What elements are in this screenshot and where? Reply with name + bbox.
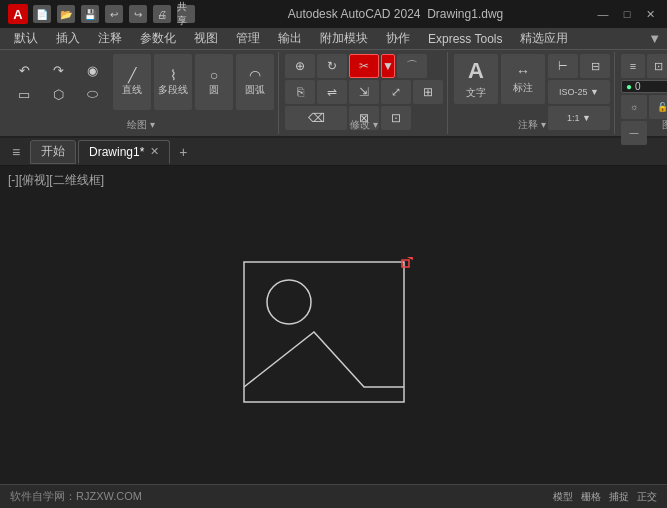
layer-lock-btn[interactable]: 🔓 [649, 95, 667, 119]
status-bar: 软件自学网：RJZXW.COM 模型 栅格 捕捉 正交 [0, 484, 667, 508]
menu-view[interactable]: 视图 [186, 28, 226, 49]
ribbon-group-draw: ↶ ↷ ◉ ▭ ⬡ ⬭ [4, 52, 279, 134]
tab-drawing1-close[interactable]: ✕ [150, 145, 159, 158]
save-icon[interactable]: 💾 [81, 5, 99, 23]
tab-start[interactable]: 开始 [30, 140, 76, 164]
close-button[interactable]: ✕ [643, 6, 659, 22]
title-text: Autodesk AutoCAD 2024 Drawing1.dwg [288, 7, 503, 21]
model-space-indicator[interactable]: 模型 [553, 490, 573, 504]
ribbon-group-modify: ⊕ ↻ ✂ ▼ ⌒ ⎘ ⇌ ⇲ ⤢ ⊞ [281, 52, 448, 134]
erase-button[interactable]: ⌫ [285, 106, 347, 130]
layer-selector[interactable]: ● 0 ▼ [621, 80, 667, 93]
draw-row-1: ↶ ↷ ◉ ▭ ⬡ ⬭ [8, 54, 274, 110]
modify-group-label: 修改 ▾ [350, 118, 378, 132]
menu-default[interactable]: 默认 [6, 28, 46, 49]
dim-style-btn[interactable]: ISO-25 ▼ [548, 80, 610, 104]
title-bar-left: A 📄 📂 💾 ↩ ↪ 🖨 共享 [8, 4, 196, 24]
redo-icon[interactable]: ↪ [129, 5, 147, 23]
text-icon [468, 58, 484, 84]
fillet-button[interactable]: ⌒ [397, 54, 427, 78]
table-button[interactable]: ⊟ [580, 54, 610, 78]
print-icon[interactable]: 🖨 [153, 5, 171, 23]
menu-output[interactable]: 输出 [270, 28, 310, 49]
drawing-canvas: ◀ [234, 257, 434, 427]
ribbon: ↶ ↷ ◉ ▭ ⬡ ⬭ [0, 50, 667, 138]
arc-tool-btn3[interactable]: ◉ [76, 59, 108, 81]
ribbon-group-annotation: 文字 ↔ 标注 ⊢ ⊟ ISO-25 ▼ 1:1 ▼ 注释 ▾ [450, 52, 615, 134]
maximize-button[interactable]: □ [619, 6, 635, 22]
layer-state-btn[interactable]: ⊡ [647, 54, 667, 78]
tab-drawing1[interactable]: Drawing1* ✕ [78, 140, 170, 164]
open-icon[interactable]: 📂 [57, 5, 75, 23]
circle-icon: ◉ [87, 63, 98, 78]
rect-tool-btn[interactable]: ▭ [8, 83, 40, 105]
menu-express-tools[interactable]: Express Tools [420, 30, 510, 48]
grid-toggle[interactable]: 栅格 [581, 490, 601, 504]
tab-add-button[interactable]: + [172, 141, 194, 163]
undo-icon[interactable]: ↩ [105, 5, 123, 23]
rotate-button[interactable]: ↻ [317, 54, 347, 78]
tab-bar: ≡ 开始 Drawing1* ✕ + [0, 138, 667, 166]
ellipse-icon: ⬭ [87, 86, 98, 102]
leader-button[interactable]: ⊢ [548, 54, 578, 78]
arc2-icon: ↷ [53, 63, 64, 78]
svg-rect-0 [244, 262, 404, 402]
mirror-button[interactable]: ⇌ [317, 80, 347, 104]
arc-tool-btn2[interactable]: ↷ [42, 59, 74, 81]
layer-manager-btn[interactable]: ≡ [621, 54, 645, 78]
stretch-button[interactable]: ⇲ [349, 80, 379, 104]
annot-scale-btn[interactable]: 1:1 ▼ [548, 106, 610, 130]
line-button[interactable]: ╱ 直线 [113, 54, 151, 110]
trim-arrow[interactable]: ▼ [381, 54, 395, 78]
arc-button[interactable]: ◠ 圆弧 [236, 54, 274, 110]
circle-btn-icon: ○ [210, 68, 218, 82]
text-button[interactable]: 文字 [454, 54, 498, 104]
layer-freeze-btn[interactable]: ☼ [621, 95, 647, 119]
line-icon: ╱ [128, 68, 136, 82]
arc-icon: ↶ [19, 63, 30, 78]
ellipse-tool-btn[interactable]: ⬭ [76, 83, 108, 105]
menu-bar: 默认 插入 注释 参数化 视图 管理 输出 附加模块 协作 Express To… [0, 28, 667, 50]
join-button[interactable]: ⊡ [381, 106, 411, 130]
ribbon-collapse-btn[interactable]: ▼ [648, 31, 661, 46]
scale-button[interactable]: ⤢ [381, 80, 411, 104]
pline-icon: ⌇ [170, 68, 177, 82]
trim-button[interactable]: ✂ [349, 54, 379, 78]
move-button[interactable]: ⊕ [285, 54, 315, 78]
title-bar: A 📄 📂 💾 ↩ ↪ 🖨 共享 Autodesk AutoCAD 2024 D… [0, 0, 667, 28]
arc-btn-icon: ◠ [249, 68, 261, 82]
menu-annotate[interactable]: 注释 [90, 28, 130, 49]
tab-menu-button[interactable]: ≡ [4, 141, 28, 163]
menu-insert[interactable]: 插入 [48, 28, 88, 49]
layer-name: 0 [635, 81, 641, 92]
dim-button[interactable]: ↔ 标注 [501, 54, 545, 104]
array-button[interactable]: ⊞ [413, 80, 443, 104]
menu-collaborate[interactable]: 协作 [378, 28, 418, 49]
svg-text:◀: ◀ [406, 257, 413, 261]
layer-linetype-btn[interactable]: — [621, 121, 647, 145]
layer-group-label: 图层 [662, 118, 668, 132]
menu-parametric[interactable]: 参数化 [132, 28, 184, 49]
poly-icon: ⬡ [53, 87, 64, 102]
ortho-toggle[interactable]: 正交 [637, 490, 657, 504]
new-icon[interactable]: 📄 [33, 5, 51, 23]
arc-tool-btn[interactable]: ↶ [8, 59, 40, 81]
layer-color-indicator: ● [626, 81, 632, 92]
draw-group-label: 绘图 ▾ [127, 118, 155, 132]
minimize-button[interactable]: — [595, 6, 611, 22]
share-icon[interactable]: 共享 [177, 5, 195, 23]
copy-button[interactable]: ⎘ [285, 80, 315, 104]
svg-rect-2 [402, 260, 409, 267]
menu-manage[interactable]: 管理 [228, 28, 268, 49]
menu-featured[interactable]: 精选应用 [512, 28, 576, 49]
app-logo: A [8, 4, 28, 24]
circle-button[interactable]: ○ 圆 [195, 54, 233, 110]
poly-tool-btn[interactable]: ⬡ [42, 83, 74, 105]
dim-icon: ↔ [516, 63, 530, 79]
pline-button[interactable]: ⌇ 多段线 [154, 54, 192, 110]
snap-toggle[interactable]: 捕捉 [609, 490, 629, 504]
annotation-small-buttons: ⊢ ⊟ ISO-25 ▼ 1:1 ▼ [548, 54, 610, 130]
canvas-area[interactable]: [-][俯视][二维线框] ◀ [0, 166, 667, 484]
menu-addons[interactable]: 附加模块 [312, 28, 376, 49]
layer-prop-buttons: ☼ 🔓 ■ — [621, 95, 667, 145]
